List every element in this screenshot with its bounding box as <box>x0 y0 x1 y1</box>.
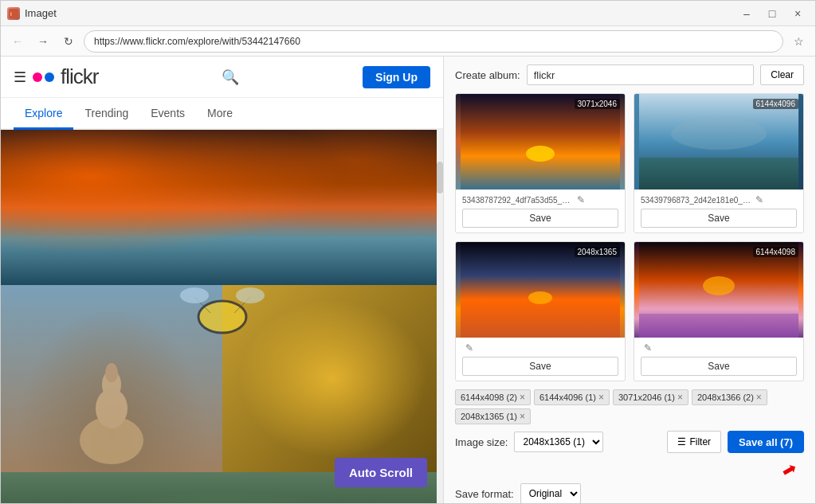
album-row: Create album: Clear <box>455 64 804 85</box>
image-filename-3: ✎ <box>462 342 618 354</box>
edit-icon-4[interactable]: ✎ <box>644 342 652 354</box>
title-bar: i Imaget – □ × <box>1 1 815 26</box>
dot-pink <box>33 72 42 82</box>
signup-button[interactable]: Sign Up <box>363 66 430 88</box>
size-label: Image size: <box>455 436 508 448</box>
filter-tags: 6144x4098 (2) × 6144x4096 (1) × 3071x204… <box>455 389 804 424</box>
photo-bee <box>222 285 444 472</box>
photos-area: Auto Scroll <box>1 130 443 503</box>
flickr-dots <box>33 72 54 82</box>
image-thumb-2: 6144x4096 <box>634 94 803 189</box>
svg-point-16 <box>671 118 767 150</box>
search-icon[interactable]: 🔍 <box>222 68 239 86</box>
filter-icon: ☰ <box>677 436 686 447</box>
size-select[interactable]: 2048x1365 (1)6144x4098 (2)6144x4096 (1)3… <box>514 432 603 452</box>
tag-3: 3071x2046 (1) × <box>613 389 688 405</box>
dot-blue <box>45 72 54 82</box>
save-button-3[interactable]: Save <box>462 357 618 376</box>
tag-2: 6144x4096 (1) × <box>534 389 610 405</box>
maximize-button[interactable]: □ <box>761 5 783 22</box>
image-card-4: 6144x4098 ✎ <box>634 241 804 381</box>
bookmark-icon[interactable]: ☆ <box>788 31 809 52</box>
photo-grid <box>1 285 443 472</box>
flickr-nav: Explore Trending Events More <box>1 98 443 130</box>
arrow-icon: ➡ <box>778 457 801 483</box>
image-filename-1: 53438787292_4df7a53d55_3k.jpg ✎ <box>462 194 618 205</box>
image-dimensions-4: 6144x4098 <box>753 247 799 257</box>
format-row: Save format: OriginalJPEGPNGWebP <box>455 483 804 503</box>
svg-point-20 <box>703 276 735 295</box>
image-thumb-3: 2048x1365 <box>456 242 625 338</box>
flickr-logo-text: flickr <box>61 64 98 89</box>
minimize-button[interactable]: – <box>736 5 758 22</box>
hero-photo <box>1 130 443 285</box>
nav-item-more[interactable]: More <box>196 99 244 130</box>
svg-rect-21 <box>639 314 798 338</box>
edit-icon-3[interactable]: ✎ <box>465 342 473 354</box>
svg-rect-15 <box>639 158 798 189</box>
window-controls: – □ × <box>736 5 809 22</box>
svg-point-5 <box>105 363 118 382</box>
svg-point-13 <box>526 146 555 162</box>
filter-button[interactable]: ☰ Filter <box>667 431 721 453</box>
hamburger-icon[interactable]: ☰ <box>14 68 26 86</box>
album-input[interactable] <box>527 64 755 85</box>
nav-item-events[interactable]: Events <box>139 99 196 130</box>
image-card-2: 6144x4096 53439796873_2d42e181e0_6k.jpg … <box>634 93 804 233</box>
url-input[interactable] <box>84 30 783 53</box>
tag-remove-5[interactable]: × <box>520 411 525 422</box>
app-window: i Imaget – □ × ← → ↻ ☆ ☰ <box>0 0 816 504</box>
refresh-button[interactable]: ↻ <box>58 31 79 52</box>
scroll-indicator <box>437 130 443 503</box>
image-thumb-4: 6144x4098 <box>634 242 803 338</box>
tag-4: 2048x1366 (2) × <box>692 389 767 405</box>
save-all-button[interactable]: Save all (7) <box>728 431 804 453</box>
app-title: Imaget <box>25 7 57 19</box>
svg-point-11 <box>236 287 265 303</box>
nav-item-explore[interactable]: Explore <box>14 99 73 130</box>
tag-remove-3[interactable]: × <box>677 392 683 403</box>
image-dimensions-3: 2048x1365 <box>575 247 621 257</box>
edit-icon-2[interactable]: ✎ <box>755 194 763 205</box>
image-dimensions-1: 3071x2046 <box>575 99 621 109</box>
save-button-4[interactable]: Save <box>641 357 797 376</box>
flickr-logo-area: ☰ flickr <box>14 64 98 89</box>
browser-content: ☰ flickr 🔍 Sign Up Explore Trending Even… <box>1 57 444 503</box>
edit-icon-1[interactable]: ✎ <box>577 194 585 205</box>
scroll-thumb[interactable] <box>437 162 443 193</box>
tag-remove-2[interactable]: × <box>598 392 604 403</box>
forward-button[interactable]: → <box>33 31 53 52</box>
format-select[interactable]: OriginalJPEGPNGWebP <box>520 483 581 503</box>
image-dimensions-2: 6144x4096 <box>753 99 799 109</box>
photo-bee-bg <box>222 285 444 472</box>
auto-scroll-button[interactable]: Auto Scroll <box>335 458 427 487</box>
images-grid: 3071x2046 53438787292_4df7a53d55_3k.jpg … <box>455 93 804 381</box>
image-thumb-1: 3071x2046 <box>456 94 625 189</box>
image-info-4: ✎ Save <box>634 338 803 381</box>
close-button[interactable]: × <box>787 5 809 22</box>
title-bar-left: i Imaget <box>7 7 57 20</box>
main-area: ☰ flickr 🔍 Sign Up Explore Trending Even… <box>1 57 815 503</box>
clear-button[interactable]: Clear <box>760 64 804 85</box>
image-info-1: 53438787292_4df7a53d55_3k.jpg ✎ Save <box>456 189 625 232</box>
format-label: Save format: <box>455 488 514 500</box>
right-panel: Create album: Clear 3071x2046 <box>444 57 815 503</box>
image-info-3: ✎ Save <box>456 338 625 381</box>
image-filename-2: 53439796873_2d42e181e0_6k.jpg ✎ <box>641 194 797 205</box>
save-button-2[interactable]: Save <box>641 209 797 228</box>
options-left: Image size: 2048x1365 (1)6144x4098 (2)61… <box>455 432 603 452</box>
album-label: Create album: <box>455 69 520 81</box>
tag-remove-1[interactable]: × <box>520 392 525 403</box>
nav-item-trending[interactable]: Trending <box>73 99 139 130</box>
tag-remove-4[interactable]: × <box>756 392 762 403</box>
flickr-header: ☰ flickr 🔍 Sign Up <box>1 57 443 98</box>
svg-point-6 <box>222 301 246 333</box>
svg-point-18 <box>528 291 552 304</box>
options-row: Image size: 2048x1365 (1)6144x4098 (2)61… <box>455 431 804 453</box>
tag-1: 6144x4098 (2) × <box>455 389 531 405</box>
arrow-area: ➡ <box>455 459 804 480</box>
back-button[interactable]: ← <box>7 31 28 52</box>
app-icon: i <box>7 7 20 20</box>
options-right: ☰ Filter Save all (7) <box>667 431 804 453</box>
save-button-1[interactable]: Save <box>462 209 618 228</box>
